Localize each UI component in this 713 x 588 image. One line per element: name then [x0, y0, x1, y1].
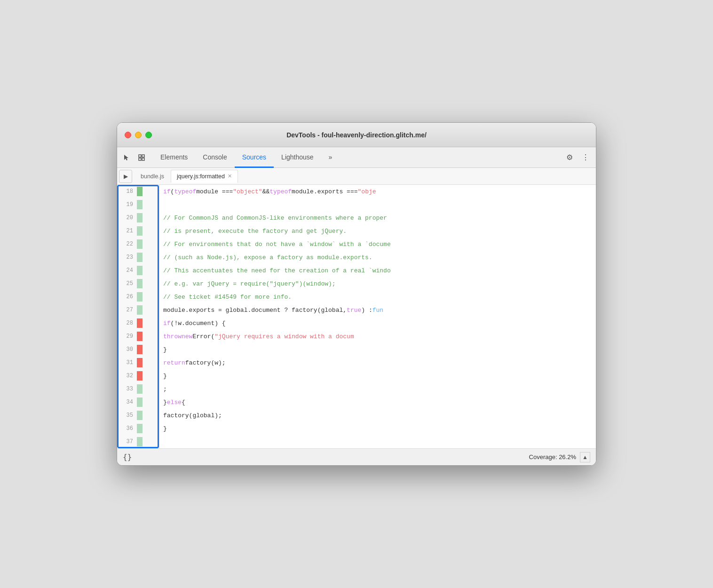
settings-icon[interactable]: ⚙ [563, 151, 576, 164]
svg-rect-3 [142, 158, 144, 160]
tab-more[interactable]: » [321, 148, 340, 168]
tab-sources[interactable]: Sources [235, 148, 274, 168]
coverage-26 [137, 292, 143, 302]
gutter-line-19: 19 [117, 198, 159, 211]
coverage-34 [137, 397, 143, 407]
traffic-lights [125, 132, 152, 138]
status-left: {} [123, 453, 132, 461]
code-line-30: } [163, 343, 596, 356]
gutter-line-24: 24 [117, 264, 159, 277]
coverage-30 [137, 345, 143, 354]
coverage-31 [137, 358, 143, 367]
line-gutter: 18 19 20 21 22 [117, 185, 159, 448]
gutter-line-34: 34 [117, 396, 159, 409]
gutter-line-29: 29 [117, 330, 159, 343]
coverage-36 [137, 424, 143, 433]
coverage-24 [137, 266, 143, 275]
gutter-line-22: 22 [117, 238, 159, 251]
coverage-21 [137, 226, 143, 236]
gutter-line-32: 32 [117, 369, 159, 382]
code-line-21: // is present, execute the factory and g… [163, 224, 596, 238]
coverage-32 [137, 371, 143, 381]
code-line-27: module.exports = global.document ? facto… [163, 303, 596, 317]
file-tab-jquery[interactable]: jquery.js:formatted ✕ [171, 170, 238, 183]
code-line-23: // (such as Node.js), expose a factory a… [163, 251, 596, 264]
gutter-line-33: 33 [117, 382, 159, 396]
code-line-19 [163, 198, 596, 211]
close-button[interactable] [125, 132, 131, 138]
more-options-icon[interactable]: ⋮ [579, 151, 592, 164]
tab-bar-tools [121, 147, 153, 167]
maximize-button[interactable] [145, 132, 152, 138]
status-bar: {} Coverage: 26.2% ▲ [117, 448, 596, 465]
devtools-window: DevTools - foul-heavenly-direction.glitc… [117, 122, 596, 466]
coverage-25 [137, 279, 143, 288]
gutter-line-37: 37 [117, 435, 159, 448]
coverage-18 [137, 187, 143, 196]
gutter-line-21: 21 [117, 224, 159, 238]
svg-rect-0 [139, 155, 141, 157]
gutter-line-31: 31 [117, 356, 159, 369]
code-line-20: // For CommonJS and CommonJS-like enviro… [163, 211, 596, 224]
gutter-line-36: 36 [117, 422, 159, 435]
coverage-22 [137, 239, 143, 249]
inspect-icon[interactable] [136, 152, 147, 163]
minimize-button[interactable] [135, 132, 142, 138]
gutter-line-27: 27 [117, 303, 159, 317]
scroll-up-button[interactable]: ▲ [580, 452, 590, 462]
tab-elements[interactable]: Elements [153, 148, 195, 168]
coverage-20 [137, 213, 143, 222]
code-panel[interactable]: if (typeof module === "object" && typeof… [159, 185, 596, 448]
coverage-35 [137, 411, 143, 420]
code-line-37 [163, 435, 596, 448]
code-line-33: ; [163, 382, 596, 396]
code-line-24: // This accentuates the need for the cre… [163, 264, 596, 277]
code-line-34: } else { [163, 396, 596, 409]
code-line-25: // e.g. var jQuery = require("jquery")(w… [163, 277, 596, 290]
code-editor: 18 19 20 21 22 [117, 185, 596, 448]
file-tab-bundle[interactable]: bundle.js [135, 170, 170, 183]
code-line-22: // For environments that do not have a `… [163, 238, 596, 251]
code-line-18: if (typeof module === "object" && typeof… [163, 185, 596, 198]
window-title: DevTools - foul-heavenly-direction.glitc… [286, 131, 427, 139]
gutter-line-25: 25 [117, 277, 159, 290]
code-line-35: factory(global); [163, 409, 596, 422]
svg-rect-1 [142, 155, 144, 157]
gutter-line-30: 30 [117, 343, 159, 356]
gutter-line-35: 35 [117, 409, 159, 422]
code-line-36: } [163, 422, 596, 435]
coverage-27 [137, 305, 143, 315]
coverage-23 [137, 253, 143, 262]
gutter-line-26: 26 [117, 290, 159, 303]
status-right: Coverage: 26.2% ▲ [529, 452, 590, 462]
panel-toggle-button[interactable]: ▶ [119, 170, 132, 183]
cursor-icon[interactable] [121, 152, 132, 163]
tab-bar: Elements Console Sources Lighthouse » ⚙ … [117, 147, 596, 168]
format-button[interactable]: {} [123, 453, 132, 461]
code-line-26: // See ticket #14549 for more info. [163, 290, 596, 303]
tab-bar-actions: ⚙ ⋮ [563, 147, 592, 167]
title-bar: DevTools - foul-heavenly-direction.glitc… [117, 123, 596, 147]
coverage-label: Coverage: 26.2% [529, 453, 576, 461]
code-line-28: if (!w.document) { [163, 317, 596, 330]
coverage-29 [137, 332, 143, 341]
coverage-28 [137, 318, 143, 328]
gutter-line-23: 23 [117, 251, 159, 264]
coverage-19 [137, 200, 143, 209]
close-tab-icon[interactable]: ✕ [228, 174, 232, 179]
tab-lighthouse[interactable]: Lighthouse [274, 148, 321, 168]
tab-console[interactable]: Console [195, 148, 234, 168]
code-line-32: } [163, 369, 596, 382]
gutter-line-28: 28 [117, 317, 159, 330]
code-line-31: return factory(w); [163, 356, 596, 369]
coverage-37 [137, 437, 143, 446]
code-line-29: throw new Error("jQuery requires a windo… [163, 330, 596, 343]
gutter-line-18: 18 [117, 185, 159, 198]
svg-rect-2 [139, 158, 141, 160]
main-tabs: Elements Console Sources Lighthouse » [153, 147, 563, 167]
coverage-33 [137, 384, 143, 394]
file-tab-bar: ▶ bundle.js jquery.js:formatted ✕ [117, 168, 596, 185]
gutter-line-20: 20 [117, 211, 159, 224]
